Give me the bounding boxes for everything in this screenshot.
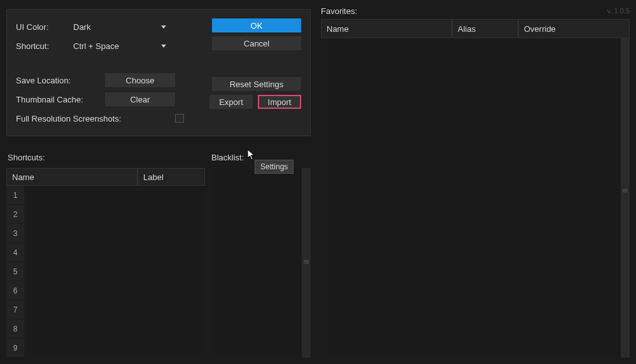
blacklist-body[interactable] [210, 168, 302, 358]
row-content[interactable] [24, 300, 205, 319]
clear-button[interactable]: Clear [105, 92, 175, 106]
row-content[interactable] [24, 186, 205, 205]
row-number: 4 [6, 243, 24, 262]
row-number: 5 [6, 262, 24, 281]
thumbnail-cache-label: Thumbnail Cache: [16, 95, 105, 104]
ui-color-dropdown[interactable]: Dark [69, 20, 171, 33]
table-row[interactable]: 9 [6, 339, 205, 358]
import-button[interactable]: Import [258, 95, 301, 109]
favorites-scrollbar[interactable] [621, 38, 630, 358]
scroll-grip-icon [623, 188, 628, 193]
settings-panel: UI Color: Dark Shortcut: Ctrl + Space Sa… [6, 9, 311, 136]
tooltip: Settings [255, 160, 293, 174]
favorites-title: Favorites: [321, 6, 357, 16]
ok-button[interactable]: OK [212, 18, 301, 32]
shortcut-value: Ctrl + Space [73, 41, 119, 51]
chevron-down-icon [161, 25, 166, 29]
shortcuts-table: Name Label 123456789 [6, 168, 205, 358]
shortcuts-col-label[interactable]: Label [138, 168, 205, 186]
favorites-header: Name Alias Override [321, 19, 630, 38]
favorites-body[interactable] [321, 38, 621, 358]
table-row[interactable]: 5 [6, 262, 205, 281]
row-number: 2 [6, 205, 24, 224]
shortcuts-title: Shortcuts: [6, 149, 205, 165]
shortcut-dropdown[interactable]: Ctrl + Space [69, 39, 171, 52]
blacklist-scrollbar[interactable] [302, 168, 311, 358]
choose-button[interactable]: Choose [105, 73, 175, 87]
favorites-col-name[interactable]: Name [321, 19, 452, 38]
ui-color-row: UI Color: Dark [16, 18, 187, 35]
favorites-col-override[interactable]: Override [518, 19, 630, 38]
full-res-row: Full Resolution Screenshots: [16, 110, 187, 127]
table-row[interactable]: 3 [6, 224, 205, 243]
reset-settings-button[interactable]: Reset Settings [212, 77, 301, 91]
row-number: 8 [6, 319, 24, 339]
row-content[interactable] [24, 224, 205, 243]
save-location-row: Save Location: Choose [16, 72, 187, 88]
row-number: 9 [6, 339, 24, 358]
row-content[interactable] [24, 319, 205, 339]
export-button[interactable]: Export [209, 95, 253, 109]
thumbnail-cache-row: Thumbnail Cache: Clear [16, 91, 187, 108]
table-row[interactable]: 4 [6, 243, 205, 262]
table-row[interactable]: 7 [6, 300, 205, 319]
save-location-label: Save Location: [16, 76, 105, 85]
shortcut-label: Shortcut: [16, 41, 69, 51]
full-res-label: Full Resolution Screenshots: [16, 114, 175, 123]
row-number: 6 [6, 281, 24, 300]
row-content[interactable] [24, 339, 205, 358]
row-content[interactable] [24, 262, 205, 281]
row-content[interactable] [24, 205, 205, 224]
blacklist-panel [210, 168, 311, 358]
shortcut-row: Shortcut: Ctrl + Space [16, 38, 187, 54]
full-res-checkbox[interactable] [175, 114, 184, 123]
favorites-col-alias[interactable]: Alias [452, 19, 518, 38]
row-content[interactable] [24, 243, 205, 262]
chevron-down-icon [161, 45, 166, 48]
table-row[interactable]: 1 [6, 186, 205, 205]
shortcuts-col-name[interactable]: Name [6, 168, 138, 186]
scroll-grip-icon [304, 259, 309, 264]
cancel-button[interactable]: Cancel [212, 36, 301, 50]
table-row[interactable]: 8 [6, 319, 205, 339]
row-number: 7 [6, 300, 24, 319]
table-row[interactable]: 2 [6, 205, 205, 224]
ui-color-value: Dark [73, 22, 90, 32]
ui-color-label: UI Color: [16, 22, 69, 32]
row-content[interactable] [24, 281, 205, 300]
row-number: 3 [6, 224, 24, 243]
table-row[interactable]: 6 [6, 281, 205, 300]
version-label: v. 1.0.5 [607, 7, 630, 15]
row-number: 1 [6, 186, 24, 205]
